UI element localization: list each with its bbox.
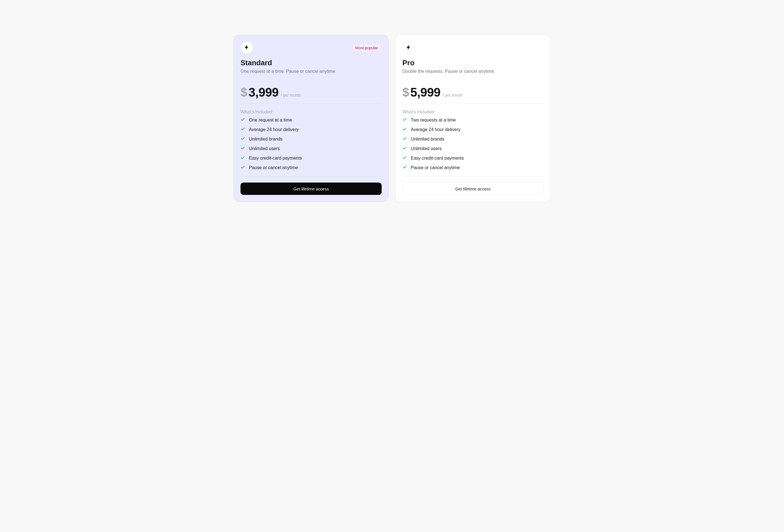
check-icon xyxy=(241,146,245,151)
list-item: Two requests at a time xyxy=(402,117,543,123)
currency-symbol: $ xyxy=(402,86,409,99)
divider xyxy=(402,176,543,176)
included-label: What's included: xyxy=(402,110,543,114)
list-item: Easy credit-card payments xyxy=(241,156,382,161)
plans-row: Most popular Standard One request at a t… xyxy=(207,35,577,202)
divider xyxy=(241,104,382,104)
check-icon xyxy=(241,156,245,161)
plan-card-pro: Pro Double the requests. Pause or cancel… xyxy=(395,35,551,202)
divider xyxy=(402,104,543,104)
feature-text: Easy credit-card payments xyxy=(411,156,464,161)
check-icon xyxy=(402,146,407,151)
check-icon xyxy=(402,165,407,170)
feature-text: Unlimited brands xyxy=(411,137,444,142)
included-label: What's included: xyxy=(241,110,382,114)
list-item: Pause or cancel anytime xyxy=(241,165,382,170)
plan-card-standard: Most popular Standard One request at a t… xyxy=(233,35,389,202)
price-row: $ 3,999 / per month xyxy=(241,86,382,104)
price-row: $ 5,999 / per month xyxy=(402,86,543,104)
plan-name: Standard xyxy=(241,58,382,67)
plan-icon-chip xyxy=(402,42,415,54)
feature-text: One request at a time xyxy=(249,118,292,123)
popular-badge: Most popular xyxy=(352,44,382,52)
cta-button-standard[interactable]: Get lifetime access xyxy=(241,183,382,195)
check-icon xyxy=(402,136,407,142)
list-item: One request at a time xyxy=(241,117,382,123)
price-period: / per month xyxy=(281,93,301,97)
list-item: Pause or cancel anytime xyxy=(402,165,543,170)
feature-list: One request at a time Average 24 hour de… xyxy=(241,117,382,170)
price-amount: 5,999 xyxy=(410,86,441,99)
check-icon xyxy=(402,156,407,161)
check-icon xyxy=(402,117,407,123)
card-top-row xyxy=(402,42,543,54)
feature-text: Two requests at a time xyxy=(411,118,456,123)
list-item: Unlimited users xyxy=(241,146,382,151)
feature-text: Pause or cancel anytime xyxy=(249,165,298,170)
list-item: Easy credit-card payments xyxy=(402,156,543,161)
list-item: Average 24 hour delivery xyxy=(402,127,543,133)
price-amount: 3,999 xyxy=(248,86,279,99)
feature-text: Easy credit-card payments xyxy=(249,156,302,161)
feature-text: Pause or cancel anytime xyxy=(411,165,460,170)
list-item: Unlimited brands xyxy=(402,136,543,142)
feature-list: Two requests at a time Average 24 hour d… xyxy=(402,117,543,170)
plan-subtitle: Double the requests. Pause or cancel any… xyxy=(402,69,543,74)
check-icon xyxy=(402,127,407,133)
feature-text: Average 24 hour delivery xyxy=(249,127,299,132)
pricing-section: Most popular Standard One request at a t… xyxy=(207,0,577,251)
currency-symbol: $ xyxy=(241,86,247,99)
check-icon xyxy=(241,165,245,170)
feature-text: Average 24 hour delivery xyxy=(411,127,460,132)
check-icon xyxy=(241,127,245,133)
feature-text: Unlimited users xyxy=(249,146,280,151)
list-item: Unlimited users xyxy=(402,146,543,151)
feature-text: Unlimited brands xyxy=(249,137,282,142)
check-icon xyxy=(241,117,245,123)
price-period: / per month xyxy=(443,93,463,97)
plan-icon-chip xyxy=(241,42,253,54)
check-icon xyxy=(241,136,245,142)
feature-text: Unlimited users xyxy=(411,146,442,151)
plan-name: Pro xyxy=(402,58,543,67)
cta-button-pro[interactable]: Get lifetime access xyxy=(402,183,543,195)
lightning-icon xyxy=(406,45,411,51)
card-top-row: Most popular xyxy=(241,42,382,54)
divider xyxy=(241,176,382,176)
list-item: Average 24 hour delivery xyxy=(241,127,382,133)
list-item: Unlimited brands xyxy=(241,136,382,142)
plan-subtitle: One request at a time. Pause or cancel a… xyxy=(241,69,382,74)
lightning-icon xyxy=(245,45,249,51)
